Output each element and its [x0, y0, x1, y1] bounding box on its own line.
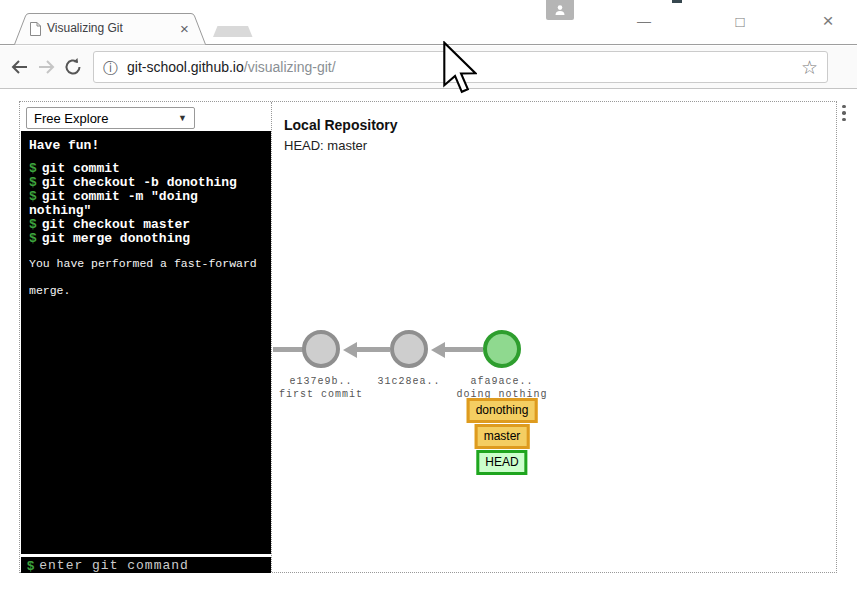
graph-edge [444, 347, 483, 352]
url-host: git-school.github.io [127, 59, 244, 75]
new-tab-button[interactable] [213, 26, 253, 37]
terminal-command: $git commit [29, 162, 263, 176]
back-icon[interactable] [8, 56, 30, 78]
terminal-command: $git merge donothing [29, 232, 263, 246]
branch-tag-master[interactable]: master [475, 424, 530, 449]
repo-title: Local Repository [284, 117, 398, 133]
minimize-button[interactable]: — [621, 0, 667, 42]
terminal-panel: Free Explore ▼ Have fun! $git commit $gi… [20, 102, 272, 572]
tab-strip: Visualizing Git × — □ × [0, 0, 857, 45]
commit-node-middle[interactable] [390, 330, 428, 368]
refresh-icon[interactable] [62, 56, 84, 78]
terminal-command: $git commit -m "doing nothing" [29, 190, 263, 218]
terminal-welcome: Have fun! [29, 138, 263, 153]
window-controls: — □ × [557, 0, 857, 42]
graph-arrowhead [431, 342, 445, 358]
terminal-output[interactable]: Have fun! $git commit $git checkout -b d… [21, 131, 271, 554]
terminal-message: You have performed a fast-forward merge. [29, 250, 263, 304]
terminal-command: $git checkout master [29, 218, 263, 232]
mode-select-dropdown[interactable]: Free Explore ▼ [26, 107, 195, 129]
graph-edge [356, 347, 390, 352]
commit-label: 31c28ea.. [377, 375, 440, 388]
prompt-symbol: $ [29, 217, 37, 232]
maximize-button[interactable]: □ [717, 0, 763, 42]
commit-node-current[interactable] [483, 330, 521, 368]
command-input-row: $ [21, 557, 271, 573]
graph-arrowhead [343, 342, 357, 358]
prompt-symbol: $ [29, 231, 37, 246]
prompt-symbol: $ [29, 189, 37, 204]
close-window-button[interactable]: × [805, 0, 851, 42]
browser-tab[interactable]: Visualizing Git × [28, 13, 198, 44]
bookmark-star-icon[interactable]: ☆ [801, 58, 818, 77]
close-tab-icon[interactable]: × [180, 20, 189, 37]
git-command-input[interactable] [39, 558, 244, 573]
prompt-symbol: $ [27, 558, 34, 573]
branch-tag-donothing[interactable]: donothing [467, 398, 538, 423]
graph-edge [273, 347, 304, 352]
page-icon [29, 21, 42, 37]
browser-menu-icon[interactable] [840, 102, 848, 124]
url-path: /visualizing-git/ [244, 59, 336, 75]
terminal-command: $git checkout -b donothing [29, 176, 263, 190]
mode-select-value: Free Explore [34, 111, 108, 126]
chevron-down-icon: ▼ [178, 113, 187, 123]
page-info-icon[interactable]: ⓘ [103, 60, 118, 75]
prompt-symbol: $ [29, 175, 37, 190]
address-bar[interactable]: ⓘ git-school.github.io/visualizing-git/ … [93, 51, 828, 83]
commit-node-first[interactable] [302, 330, 340, 368]
tab-title: Visualizing Git [47, 21, 123, 35]
browser-window: Visualizing Git × — □ × [0, 0, 857, 595]
url-text[interactable]: git-school.github.io/visualizing-git/ [127, 59, 336, 75]
forward-icon[interactable] [36, 56, 58, 78]
prompt-symbol: $ [29, 161, 37, 176]
browser-toolbar: ⓘ git-school.github.io/visualizing-git/ … [0, 46, 857, 89]
visualizing-git-app: Free Explore ▼ Have fun! $git commit $gi… [19, 101, 837, 573]
commit-label: e137e9b.. first commit [279, 375, 363, 401]
head-status: HEAD: master [284, 138, 367, 153]
head-tag[interactable]: HEAD [476, 450, 527, 475]
